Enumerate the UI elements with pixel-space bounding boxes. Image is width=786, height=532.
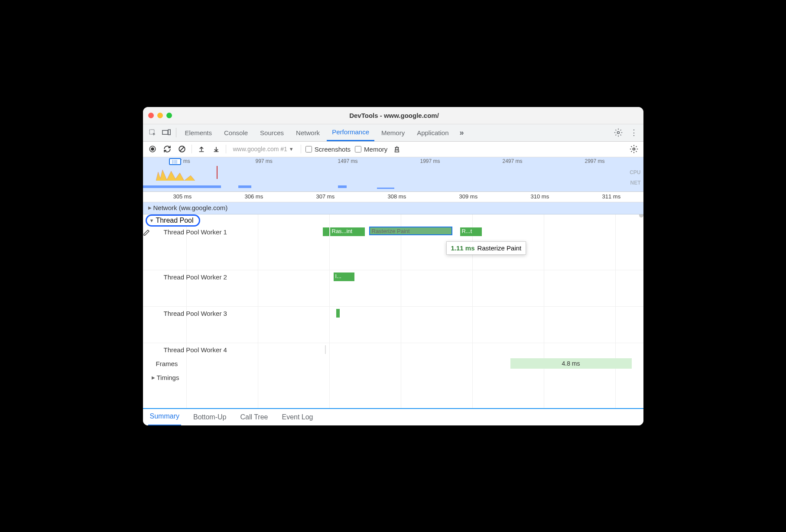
svg-rect-1 bbox=[162, 130, 168, 134]
worker4-blip[interactable] bbox=[325, 345, 326, 354]
btab-summary[interactable]: Summary bbox=[148, 409, 181, 425]
ruler-tick-5: 310 ms bbox=[531, 193, 549, 200]
close-button[interactable] bbox=[148, 113, 154, 118]
memory-label: Memory bbox=[364, 146, 387, 153]
ruler-tick-0: 305 ms bbox=[173, 193, 192, 200]
net-label: NET bbox=[630, 180, 641, 186]
perf-settings-icon[interactable] bbox=[629, 144, 639, 154]
more-tabs-icon[interactable]: » bbox=[456, 127, 468, 139]
event-tooltip: 1.11 ms Rasterize Paint bbox=[446, 241, 526, 255]
tab-performance[interactable]: Performance bbox=[327, 124, 374, 141]
ov-tick-1: 997 ms bbox=[256, 158, 273, 164]
overview-range-handle[interactable]: |||| bbox=[169, 158, 181, 165]
worker1-label[interactable]: Thread Pool Worker 1 bbox=[164, 228, 227, 236]
overview-net-bar-2 bbox=[238, 185, 251, 188]
worker1-bar-pre[interactable] bbox=[323, 227, 329, 236]
minimize-button[interactable] bbox=[157, 113, 163, 118]
tab-memory[interactable]: Memory bbox=[376, 124, 410, 141]
tab-network[interactable]: Network bbox=[291, 124, 325, 141]
network-row-label: Network (ww.google.com) bbox=[153, 204, 228, 211]
titlebar: DevTools - www.google.com/ bbox=[143, 107, 643, 124]
screenshots-label: Screenshots bbox=[315, 146, 351, 153]
screenshots-checkbox-input[interactable] bbox=[305, 146, 312, 152]
worker1-bar-rasterize-paint[interactable]: Rasterize Paint bbox=[369, 227, 452, 235]
worker4-label[interactable]: Thread Pool Worker 4 bbox=[164, 346, 227, 354]
screenshots-checkbox[interactable]: Screenshots bbox=[305, 146, 351, 153]
reload-icon[interactable] bbox=[162, 144, 172, 154]
tab-elements[interactable]: Elements bbox=[180, 124, 218, 141]
devtools-window: DevTools - www.google.com/ Elements Cons… bbox=[143, 107, 643, 425]
svg-point-3 bbox=[617, 132, 619, 134]
window-title: DevTools - www.google.com/ bbox=[172, 112, 617, 119]
overview-activity bbox=[156, 168, 208, 181]
kebab-icon[interactable]: ⋮ bbox=[628, 127, 640, 139]
svg-point-5 bbox=[151, 147, 154, 151]
overview-net-bar-1 bbox=[143, 185, 221, 188]
ruler-tick-3: 308 ms bbox=[388, 193, 406, 200]
upload-icon[interactable] bbox=[196, 144, 207, 154]
btab-event-log[interactable]: Event Log bbox=[280, 409, 315, 425]
overview-net-bar-3 bbox=[338, 185, 347, 188]
caret-down-icon: ▼ bbox=[149, 218, 154, 223]
caret-right-icon-2: ▶ bbox=[152, 375, 155, 380]
cpu-label: CPU bbox=[630, 169, 640, 175]
tooltip-name: Rasterize Paint bbox=[477, 244, 522, 252]
record-icon[interactable] bbox=[147, 144, 158, 154]
inspect-icon[interactable] bbox=[146, 127, 159, 139]
overview-marker bbox=[217, 166, 218, 179]
overview-net-bar-4 bbox=[377, 188, 394, 189]
gc-icon[interactable] bbox=[392, 144, 402, 154]
btab-bottom-up[interactable]: Bottom-Up bbox=[192, 409, 228, 425]
svg-rect-2 bbox=[168, 130, 170, 135]
ov-tick-2: 1497 ms bbox=[338, 158, 358, 164]
memory-checkbox-input[interactable] bbox=[355, 146, 361, 152]
main-tabbar: Elements Console Sources Network Perform… bbox=[143, 124, 643, 142]
worker2-bar-i[interactable]: I... bbox=[334, 272, 354, 281]
maximize-button[interactable] bbox=[166, 113, 172, 118]
recording-select[interactable]: www.google.com #1 ▼ bbox=[231, 146, 296, 152]
overview-panel[interactable]: 497 ms 997 ms 1497 ms 1997 ms 2497 ms 29… bbox=[143, 157, 643, 192]
device-toolbar-icon[interactable] bbox=[160, 127, 172, 139]
worker3-label[interactable]: Thread Pool Worker 3 bbox=[164, 310, 227, 317]
clear-icon[interactable] bbox=[177, 144, 187, 154]
thread-pool-header[interactable]: ▼ Thread Pool bbox=[146, 214, 200, 227]
worker1-bar-rt[interactable]: R...t bbox=[460, 227, 482, 236]
ov-tick-5: 2997 ms bbox=[585, 158, 605, 164]
thread-pool-label: Thread Pool bbox=[156, 217, 193, 224]
ruler-tick-6: 311 ms bbox=[602, 193, 621, 200]
ruler-tick-2: 307 ms bbox=[316, 193, 335, 200]
ov-tick-4: 2497 ms bbox=[503, 158, 523, 164]
svg-point-8 bbox=[633, 148, 635, 150]
caret-right-icon: ▶ bbox=[148, 205, 152, 210]
edit-icon[interactable] bbox=[143, 229, 152, 236]
download-icon[interactable] bbox=[211, 144, 221, 154]
tab-sources[interactable]: Sources bbox=[255, 124, 289, 141]
details-tabbar: Summary Bottom-Up Call Tree Event Log bbox=[143, 408, 643, 425]
frames-bar[interactable]: 4.8 ms bbox=[510, 358, 632, 369]
overview-ticks: 497 ms 997 ms 1497 ms 1997 ms 2497 ms 29… bbox=[143, 158, 643, 165]
perf-toolbar: www.google.com #1 ▼ Screenshots Memory bbox=[143, 142, 643, 157]
ruler-tick-1: 306 ms bbox=[245, 193, 263, 200]
timings-row[interactable]: ▶ Timings bbox=[152, 374, 179, 381]
network-row[interactable]: ▶ Network (ww.google.com) bbox=[143, 202, 643, 214]
btab-call-tree[interactable]: Call Tree bbox=[238, 409, 270, 425]
worker3-bar[interactable] bbox=[336, 309, 340, 318]
ov-tick-3: 1997 ms bbox=[420, 158, 440, 164]
timeline-ruler[interactable]: 305 ms 306 ms 307 ms 308 ms 309 ms 310 m… bbox=[143, 192, 643, 202]
tab-console[interactable]: Console bbox=[219, 124, 253, 141]
recording-select-label: www.google.com #1 bbox=[233, 146, 287, 152]
worker1-bar-rasint[interactable]: Ras...int bbox=[330, 227, 365, 236]
tab-application[interactable]: Application bbox=[412, 124, 454, 141]
settings-icon[interactable] bbox=[612, 127, 624, 139]
ruler-tick-4: 309 ms bbox=[459, 193, 478, 200]
worker2-label[interactable]: Thread Pool Worker 2 bbox=[164, 273, 227, 281]
memory-checkbox[interactable]: Memory bbox=[355, 146, 387, 153]
timings-label: Timings bbox=[157, 374, 179, 381]
tooltip-duration: 1.11 ms bbox=[451, 244, 475, 252]
flame-chart[interactable]: ▶ Network (ww.google.com) ▼ Thread Pool … bbox=[143, 202, 643, 408]
traffic-lights bbox=[148, 113, 172, 118]
svg-line-7 bbox=[180, 147, 184, 151]
frames-label[interactable]: Frames bbox=[156, 360, 178, 367]
